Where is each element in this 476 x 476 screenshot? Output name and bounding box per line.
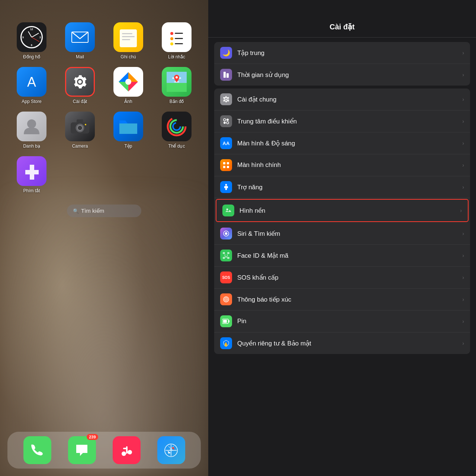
settings-item-faceid[interactable]: Face ID & Mật mã ›: [214, 245, 470, 267]
svg-rect-2: [120, 29, 137, 47]
settings-item-accessibility[interactable]: Trợ năng ›: [214, 176, 470, 198]
battery-chevron: ›: [462, 318, 464, 324]
dock-item-safari[interactable]: [157, 436, 185, 464]
svg-rect-55: [223, 253, 225, 254]
settings-panel: Cài đặt 🌙 Tập trung › Thời gian sử dụng …: [208, 0, 476, 476]
siri-icon: [220, 228, 232, 239]
svg-rect-56: [228, 253, 229, 254]
settings-item-screen-time[interactable]: Thời gian sử dụng ›: [214, 64, 470, 86]
svg-point-52: [226, 209, 228, 210]
app-label-settings: Cài đặt: [73, 99, 87, 104]
general-label: Cài đặt chung: [237, 96, 462, 103]
svg-rect-49: [227, 166, 229, 168]
accessibility-chevron: ›: [462, 184, 464, 190]
battery-label: Pin: [237, 318, 462, 325]
svg-point-11: [170, 42, 173, 45]
app-item-fitness[interactable]: Thể dục: [156, 112, 197, 149]
app-item-mail[interactable]: Mail: [60, 22, 100, 60]
settings-item-battery[interactable]: Pin ›: [214, 311, 470, 332]
svg-point-21: [176, 76, 178, 78]
dock-item-phone[interactable]: [23, 436, 51, 464]
svg-point-9: [170, 37, 173, 40]
app-item-reminders[interactable]: Lời nhắc: [156, 22, 197, 60]
focus-chevron: ›: [462, 50, 464, 56]
settings-title: Cài đặt: [329, 23, 355, 31]
svg-rect-10: [175, 38, 183, 39]
settings-item-wallpaper[interactable]: Hình nền ›: [216, 199, 469, 222]
app-item-maps[interactable]: Bản đồ: [156, 67, 197, 104]
app-icon-settings: [65, 67, 95, 97]
app-label-appstore: App Store: [22, 99, 41, 104]
settings-item-privacy[interactable]: ✋ Quyền riêng tư & Bảo mật ›: [214, 332, 470, 354]
svg-rect-33: [126, 446, 128, 454]
app-item-notes[interactable]: Ghi chú: [108, 22, 149, 60]
svg-point-32: [128, 450, 132, 454]
display-icon: AA: [220, 137, 232, 149]
search-bar[interactable]: 🔍 Tìm kiếm: [67, 205, 141, 217]
svg-rect-4: [122, 36, 135, 37]
app-item-contacts[interactable]: Danh bạ: [11, 112, 52, 149]
app-grid: 12 3 6 9 Đồng hồ: [11, 22, 197, 193]
screen-time-chevron: ›: [462, 72, 464, 78]
settings-group-2: Cài đặt chung › Trung tâm điều khiển ›: [214, 89, 470, 354]
app-label-maps: Bản đồ: [170, 99, 184, 104]
sos-chevron: ›: [462, 274, 464, 280]
settings-item-homescreen[interactable]: Màn hình chính ›: [214, 154, 470, 176]
svg-point-30: [173, 123, 180, 130]
app-icon-maps: [162, 67, 192, 97]
app-icon-clock: 12 3 6 9: [17, 22, 46, 52]
svg-rect-12: [175, 43, 183, 44]
dock-item-messages[interactable]: 239: [68, 436, 96, 464]
settings-item-control-center[interactable]: Trung tâm điều khiển ›: [214, 110, 470, 132]
home-content: 12 3 6 9 Đồng hồ: [0, 0, 208, 217]
settings-item-focus[interactable]: 🌙 Tập trung ›: [214, 42, 470, 64]
settings-item-contact-tracing[interactable]: Thông báo tiếp xúc ›: [214, 289, 470, 311]
accessibility-icon: [220, 181, 232, 193]
settings-item-general[interactable]: Cài đặt chung ›: [214, 89, 470, 110]
dock-item-music[interactable]: [113, 436, 141, 464]
app-item-settings[interactable]: Cài đặt: [60, 67, 100, 104]
display-label: Màn hình & Độ sáng: [237, 139, 462, 147]
svg-point-59: [225, 255, 225, 255]
svg-text:A: A: [27, 74, 36, 90]
contact-tracing-chevron: ›: [462, 296, 464, 302]
app-item-files[interactable]: Tệp: [108, 112, 149, 149]
app-icon-mail: [65, 22, 95, 52]
svg-point-50: [225, 184, 227, 186]
svg-point-44: [223, 122, 226, 124]
control-center-chevron: ›: [462, 118, 464, 124]
settings-group-1: 🌙 Tập trung › Thời gian sử dụng ›: [214, 42, 470, 86]
app-item-camera[interactable]: Camera: [60, 112, 100, 149]
app-label-files: Tệp: [124, 144, 132, 149]
sos-icon: SOS: [220, 271, 232, 283]
svg-rect-3: [122, 33, 132, 34]
svg-rect-57: [223, 257, 225, 258]
messages-badge: 239: [87, 434, 98, 440]
svg-point-22: [27, 119, 36, 128]
search-icon: 🔍: [73, 208, 79, 214]
svg-point-42: [223, 119, 226, 121]
svg-text:✋: ✋: [223, 342, 229, 347]
app-item-appstore[interactable]: A App Store: [11, 67, 52, 104]
privacy-label: Quyền riêng tư & Bảo mật: [237, 340, 462, 347]
svg-point-54: [225, 232, 228, 235]
app-item-shortcuts[interactable]: Phím tắt: [11, 156, 52, 193]
svg-rect-47: [227, 162, 229, 164]
siri-label: Siri & Tìm kiếm: [237, 230, 462, 238]
wallpaper-icon: [222, 205, 234, 216]
focus-icon: 🌙: [220, 47, 232, 59]
svg-rect-24: [77, 119, 83, 123]
app-item-clock[interactable]: 12 3 6 9 Đồng hồ: [11, 22, 52, 60]
svg-point-31: [122, 451, 126, 456]
settings-item-sos[interactable]: SOS SOS khẩn cấp ›: [214, 267, 470, 289]
app-item-photos[interactable]: Ảnh: [108, 67, 149, 104]
svg-rect-5: [122, 39, 130, 40]
settings-list: 🌙 Tập trung › Thời gian sử dụng ›: [208, 38, 476, 476]
settings-item-siri[interactable]: Siri & Tìm kiếm ›: [214, 223, 470, 245]
settings-item-display[interactable]: AA Màn hình & Độ sáng ›: [214, 132, 470, 154]
svg-rect-17: [167, 83, 187, 92]
svg-marker-39: [168, 451, 171, 454]
privacy-chevron: ›: [462, 340, 464, 346]
contact-tracing-icon: [220, 293, 232, 305]
app-icon-files: [113, 112, 143, 141]
